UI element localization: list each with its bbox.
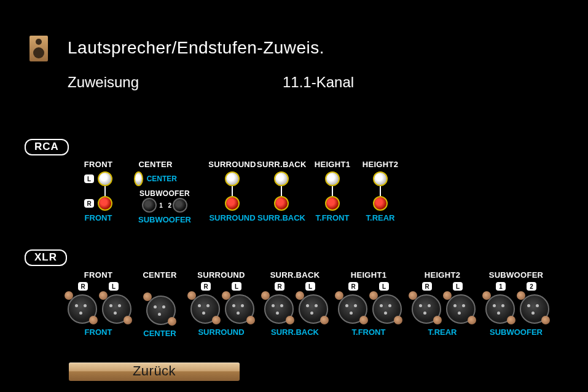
- rca-front: FRONT L R FRONT: [68, 160, 129, 222]
- xlr-header: HEIGHT2: [406, 270, 479, 280]
- rca-surround-assign: SURROUND: [208, 213, 257, 222]
- channel-badge: 2: [527, 282, 536, 291]
- channel-badge: L: [109, 282, 119, 291]
- rca-jack-icon: [325, 196, 340, 211]
- xlr-connector-icon: [296, 292, 328, 324]
- rca-jack-icon: [225, 196, 240, 211]
- xlr-assign: T.REAR: [406, 327, 479, 337]
- rca-jack-icon: [134, 171, 143, 186]
- rca-jack-icon: [274, 171, 289, 186]
- xlr-header: FRONT: [61, 270, 135, 280]
- rca-center-assign-top: CENTER: [147, 174, 177, 183]
- xlr-col-3: SURR.BACK RL SURR.BACK: [258, 270, 332, 338]
- xlr-connector-icon: [517, 292, 549, 324]
- n1: 1: [158, 202, 164, 209]
- channel-badge: L: [453, 282, 463, 291]
- xlr-col-6: SUBWOOFER 12 SUBWOOFER: [479, 270, 553, 338]
- xlr-col-4: HEIGHT1 RL T.FRONT: [332, 270, 406, 338]
- rca-sub-header: SUBWOOFER: [128, 189, 202, 198]
- xlr-connector-icon: [370, 292, 402, 324]
- rca-height1-header: HEIGHT1: [311, 160, 354, 169]
- rca-jack-icon: [173, 198, 187, 213]
- channel-badge: L: [379, 282, 389, 291]
- xlr-area: FRONT RL FRONT CENTER CENTER S: [61, 270, 588, 338]
- rca-height1-assign: T.FRONT: [311, 213, 354, 222]
- xlr-assign: FRONT: [61, 327, 135, 337]
- rca-jack-icon: [225, 171, 240, 186]
- rca-center-header: CENTER: [134, 160, 177, 169]
- xlr-header: CENTER: [135, 270, 184, 280]
- xlr-connector-icon: [444, 292, 476, 324]
- rca-height1: HEIGHT1 T.FRONT: [311, 160, 354, 222]
- connector-line: [281, 186, 282, 196]
- xlr-col-5: HEIGHT2 RL T.REAR: [406, 270, 479, 338]
- xlr-assign: SUBWOOFER: [479, 327, 553, 337]
- rca-surrback: SURR.BACK SURR.BACK: [257, 160, 306, 222]
- rca-jack-icon: [98, 196, 112, 211]
- xlr-header: SUBWOOFER: [479, 270, 553, 280]
- page-header: Lautsprecher/Endstufen-Zuweis.: [29, 34, 324, 61]
- n2: 2: [165, 202, 171, 209]
- l-badge: L: [84, 174, 94, 183]
- xlr-header: SURROUND: [184, 270, 258, 280]
- channel-badge: R: [422, 282, 432, 291]
- assignment-row[interactable]: Zuweisung 11.1-Kanal: [68, 74, 354, 91]
- channel-badge: 1: [496, 282, 506, 291]
- connector-line: [380, 186, 381, 196]
- rca-jack-icon: [325, 171, 340, 186]
- xlr-connector-icon: [188, 292, 220, 324]
- channel-badge: R: [78, 282, 88, 291]
- channel-badge: R: [275, 282, 284, 291]
- channel-badge: L: [305, 282, 315, 291]
- connector-line: [104, 186, 106, 196]
- xlr-assign: T.FRONT: [332, 327, 406, 337]
- rca-jack-icon: [373, 196, 388, 211]
- xlr-connector-icon: [483, 292, 515, 324]
- assignment-label: Zuweisung: [68, 74, 283, 91]
- channel-badge: L: [232, 282, 241, 291]
- connector-line: [232, 186, 233, 196]
- rca-jack-icon: [373, 171, 388, 186]
- r-badge: R: [84, 199, 94, 208]
- rca-height2-assign: T.REAR: [359, 213, 402, 222]
- xlr-header: HEIGHT1: [332, 270, 406, 280]
- xlr-header: SURR.BACK: [258, 270, 332, 280]
- xlr-connector-icon: [409, 292, 441, 324]
- xlr-assign: SURROUND: [184, 327, 258, 337]
- channel-badge: R: [348, 282, 358, 291]
- rca-jack-icon: [98, 171, 112, 186]
- back-button[interactable]: Zurück: [69, 363, 240, 381]
- rca-center: CENTER CENTER: [134, 160, 177, 186]
- rca-surround-header: SURROUND: [208, 160, 257, 169]
- assignment-value: 11.1-Kanal: [283, 74, 354, 91]
- xlr-connector-icon: [262, 292, 294, 324]
- xlr-section-badge: XLR: [25, 249, 67, 266]
- rca-surround: SURROUND SURROUND: [208, 160, 257, 222]
- rca-front-assign: FRONT: [68, 213, 129, 222]
- xlr-connector-icon: [144, 293, 176, 325]
- rca-sub-assign: SUBWOOFER: [128, 215, 202, 224]
- xlr-connector-icon: [100, 292, 131, 324]
- rca-section-badge: RCA: [25, 139, 69, 155]
- page-title: Lautsprecher/Endstufen-Zuweis.: [68, 38, 324, 58]
- rca-subwoofer: SUBWOOFER 1 2 SUBWOOFER: [128, 189, 202, 224]
- rca-surrback-header: SURR.BACK: [257, 160, 306, 169]
- rca-surrback-assign: SURR.BACK: [257, 213, 306, 222]
- rca-front-header: FRONT: [68, 160, 129, 169]
- rca-height2-header: HEIGHT2: [359, 160, 402, 169]
- xlr-col-1: CENTER CENTER: [135, 270, 184, 338]
- rca-jack-icon: [274, 196, 289, 211]
- xlr-connector-icon: [335, 292, 367, 324]
- xlr-assign: SURR.BACK: [258, 327, 332, 337]
- rca-height2: HEIGHT2 T.REAR: [359, 160, 402, 222]
- xlr-connector-icon: [65, 292, 97, 324]
- xlr-col-2: SURROUND RL SURROUND: [184, 270, 258, 338]
- channel-badge: R: [201, 282, 211, 291]
- rca-jack-icon: [142, 198, 157, 213]
- speaker-icon: [29, 36, 48, 61]
- xlr-col-0: FRONT RL FRONT: [61, 270, 135, 338]
- xlr-connector-icon: [222, 292, 254, 324]
- xlr-assign: CENTER: [135, 329, 184, 338]
- connector-line: [332, 186, 333, 196]
